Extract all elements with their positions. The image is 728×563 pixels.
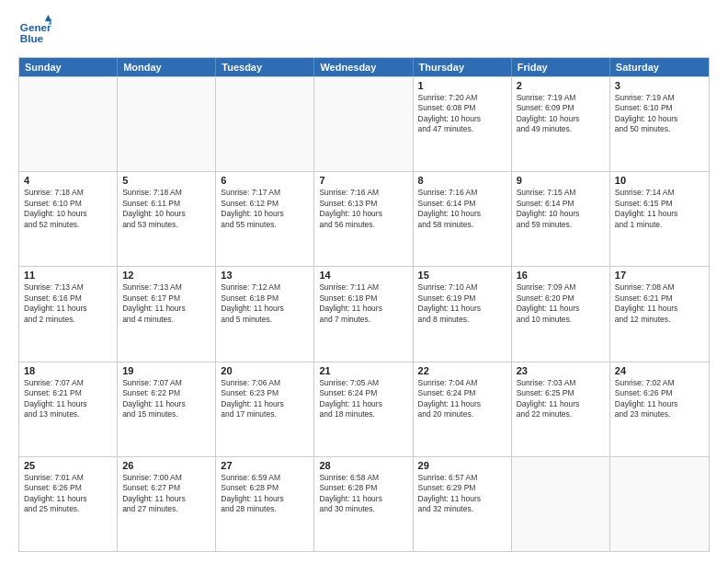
day-info: Sunrise: 7:12 AM Sunset: 6:18 PM Dayligh… xyxy=(221,282,309,325)
week-row-1: 1Sunrise: 7:20 AM Sunset: 6:08 PM Daylig… xyxy=(19,76,709,171)
day-info: Sunrise: 7:10 AM Sunset: 6:19 PM Dayligh… xyxy=(418,282,506,325)
day-number: 18 xyxy=(24,365,112,376)
day-info: Sunrise: 7:07 AM Sunset: 6:22 PM Dayligh… xyxy=(122,378,210,420)
day-cell-5: 5Sunrise: 7:18 AM Sunset: 6:11 PM Daylig… xyxy=(118,172,216,266)
header: General Blue xyxy=(18,15,710,48)
day-number: 24 xyxy=(615,365,704,376)
day-info: Sunrise: 7:09 AM Sunset: 6:20 PM Dayligh… xyxy=(517,282,605,325)
day-cell-6: 6Sunrise: 7:17 AM Sunset: 6:12 PM Daylig… xyxy=(216,172,314,266)
day-info: Sunrise: 7:11 AM Sunset: 6:18 PM Dayligh… xyxy=(319,282,407,325)
logo-icon: General Blue xyxy=(18,15,51,48)
header-day-wednesday: Wednesday xyxy=(314,58,413,76)
day-number: 17 xyxy=(615,270,704,281)
empty-cell xyxy=(610,457,709,551)
day-cell-12: 12Sunrise: 7:13 AM Sunset: 6:17 PM Dayli… xyxy=(118,267,216,361)
empty-cell xyxy=(314,77,413,171)
page: General Blue SundayMondayTuesdayWednesda… xyxy=(0,0,728,563)
day-number: 4 xyxy=(24,175,112,186)
day-number: 26 xyxy=(122,460,210,471)
day-number: 5 xyxy=(122,175,210,186)
day-info: Sunrise: 7:16 AM Sunset: 6:13 PM Dayligh… xyxy=(319,188,407,230)
day-info: Sunrise: 7:16 AM Sunset: 6:14 PM Dayligh… xyxy=(418,188,506,230)
day-cell-7: 7Sunrise: 7:16 AM Sunset: 6:13 PM Daylig… xyxy=(314,172,413,266)
day-info: Sunrise: 7:14 AM Sunset: 6:15 PM Dayligh… xyxy=(615,188,704,230)
day-number: 14 xyxy=(319,270,407,281)
day-cell-17: 17Sunrise: 7:08 AM Sunset: 6:21 PM Dayli… xyxy=(610,267,709,361)
day-cell-14: 14Sunrise: 7:11 AM Sunset: 6:18 PM Dayli… xyxy=(314,267,413,361)
day-info: Sunrise: 7:17 AM Sunset: 6:12 PM Dayligh… xyxy=(221,188,309,230)
day-number: 13 xyxy=(221,270,309,281)
day-cell-4: 4Sunrise: 7:18 AM Sunset: 6:10 PM Daylig… xyxy=(19,172,118,266)
day-info: Sunrise: 7:00 AM Sunset: 6:27 PM Dayligh… xyxy=(122,473,210,515)
week-row-5: 25Sunrise: 7:01 AM Sunset: 6:26 PM Dayli… xyxy=(19,456,709,551)
empty-cell xyxy=(512,457,610,551)
header-day-saturday: Saturday xyxy=(610,58,709,76)
day-cell-20: 20Sunrise: 7:06 AM Sunset: 6:23 PM Dayli… xyxy=(216,362,314,456)
day-info: Sunrise: 6:57 AM Sunset: 6:29 PM Dayligh… xyxy=(418,473,506,515)
day-cell-22: 22Sunrise: 7:04 AM Sunset: 6:24 PM Dayli… xyxy=(414,362,512,456)
day-cell-27: 27Sunrise: 6:59 AM Sunset: 6:28 PM Dayli… xyxy=(216,457,314,551)
week-row-3: 11Sunrise: 7:13 AM Sunset: 6:16 PM Dayli… xyxy=(19,266,709,361)
day-number: 19 xyxy=(122,365,210,376)
day-cell-28: 28Sunrise: 6:58 AM Sunset: 6:28 PM Dayli… xyxy=(314,457,413,551)
day-cell-19: 19Sunrise: 7:07 AM Sunset: 6:22 PM Dayli… xyxy=(118,362,216,456)
day-number: 25 xyxy=(24,460,112,471)
day-info: Sunrise: 7:05 AM Sunset: 6:24 PM Dayligh… xyxy=(319,378,407,420)
calendar-header: SundayMondayTuesdayWednesdayThursdayFrid… xyxy=(19,58,709,76)
day-cell-10: 10Sunrise: 7:14 AM Sunset: 6:15 PM Dayli… xyxy=(610,172,709,266)
day-info: Sunrise: 7:04 AM Sunset: 6:24 PM Dayligh… xyxy=(418,378,506,420)
header-day-monday: Monday xyxy=(118,58,216,76)
day-number: 8 xyxy=(418,175,506,186)
day-cell-3: 3Sunrise: 7:19 AM Sunset: 6:10 PM Daylig… xyxy=(610,77,709,171)
empty-cell xyxy=(118,77,216,171)
empty-cell xyxy=(216,77,314,171)
day-info: Sunrise: 6:59 AM Sunset: 6:28 PM Dayligh… xyxy=(221,473,309,515)
day-number: 28 xyxy=(319,460,407,471)
day-number: 22 xyxy=(418,365,506,376)
day-cell-13: 13Sunrise: 7:12 AM Sunset: 6:18 PM Dayli… xyxy=(216,267,314,361)
day-cell-11: 11Sunrise: 7:13 AM Sunset: 6:16 PM Dayli… xyxy=(19,267,118,361)
day-number: 7 xyxy=(319,175,407,186)
day-cell-1: 1Sunrise: 7:20 AM Sunset: 6:08 PM Daylig… xyxy=(414,77,512,171)
day-cell-18: 18Sunrise: 7:07 AM Sunset: 6:21 PM Dayli… xyxy=(19,362,118,456)
day-info: Sunrise: 7:18 AM Sunset: 6:11 PM Dayligh… xyxy=(122,188,210,230)
svg-text:Blue: Blue xyxy=(20,32,44,44)
day-info: Sunrise: 7:06 AM Sunset: 6:23 PM Dayligh… xyxy=(221,378,309,420)
day-number: 12 xyxy=(122,270,210,281)
day-info: Sunrise: 7:01 AM Sunset: 6:26 PM Dayligh… xyxy=(24,473,112,515)
day-cell-25: 25Sunrise: 7:01 AM Sunset: 6:26 PM Dayli… xyxy=(19,457,118,551)
day-number: 20 xyxy=(221,365,309,376)
day-cell-8: 8Sunrise: 7:16 AM Sunset: 6:14 PM Daylig… xyxy=(414,172,512,266)
day-number: 3 xyxy=(615,80,704,91)
day-number: 16 xyxy=(517,270,605,281)
logo: General Blue xyxy=(18,15,51,48)
day-number: 21 xyxy=(319,365,407,376)
day-number: 11 xyxy=(24,270,112,281)
day-number: 23 xyxy=(517,365,605,376)
day-info: Sunrise: 7:13 AM Sunset: 6:17 PM Dayligh… xyxy=(122,282,210,325)
day-info: Sunrise: 7:19 AM Sunset: 6:10 PM Dayligh… xyxy=(615,93,704,135)
day-info: Sunrise: 7:13 AM Sunset: 6:16 PM Dayligh… xyxy=(24,282,112,325)
day-number: 29 xyxy=(418,460,506,471)
day-number: 2 xyxy=(517,80,605,91)
week-row-4: 18Sunrise: 7:07 AM Sunset: 6:21 PM Dayli… xyxy=(19,362,709,456)
day-cell-15: 15Sunrise: 7:10 AM Sunset: 6:19 PM Dayli… xyxy=(414,267,512,361)
day-cell-23: 23Sunrise: 7:03 AM Sunset: 6:25 PM Dayli… xyxy=(512,362,610,456)
day-cell-21: 21Sunrise: 7:05 AM Sunset: 6:24 PM Dayli… xyxy=(314,362,413,456)
day-info: Sunrise: 7:19 AM Sunset: 6:09 PM Dayligh… xyxy=(517,93,605,135)
day-cell-2: 2Sunrise: 7:19 AM Sunset: 6:09 PM Daylig… xyxy=(512,77,610,171)
day-number: 1 xyxy=(418,80,506,91)
day-cell-24: 24Sunrise: 7:02 AM Sunset: 6:26 PM Dayli… xyxy=(610,362,709,456)
day-cell-26: 26Sunrise: 7:00 AM Sunset: 6:27 PM Dayli… xyxy=(118,457,216,551)
day-number: 27 xyxy=(221,460,309,471)
header-day-friday: Friday xyxy=(512,58,610,76)
day-number: 10 xyxy=(615,175,704,186)
calendar: SundayMondayTuesdayWednesdayThursdayFrid… xyxy=(18,57,710,552)
calendar-body: 1Sunrise: 7:20 AM Sunset: 6:08 PM Daylig… xyxy=(19,76,709,551)
day-number: 15 xyxy=(418,270,506,281)
day-number: 6 xyxy=(221,175,309,186)
header-day-tuesday: Tuesday xyxy=(216,58,314,76)
header-day-sunday: Sunday xyxy=(19,58,118,76)
day-info: Sunrise: 7:02 AM Sunset: 6:26 PM Dayligh… xyxy=(615,378,704,420)
day-info: Sunrise: 7:08 AM Sunset: 6:21 PM Dayligh… xyxy=(615,282,704,325)
